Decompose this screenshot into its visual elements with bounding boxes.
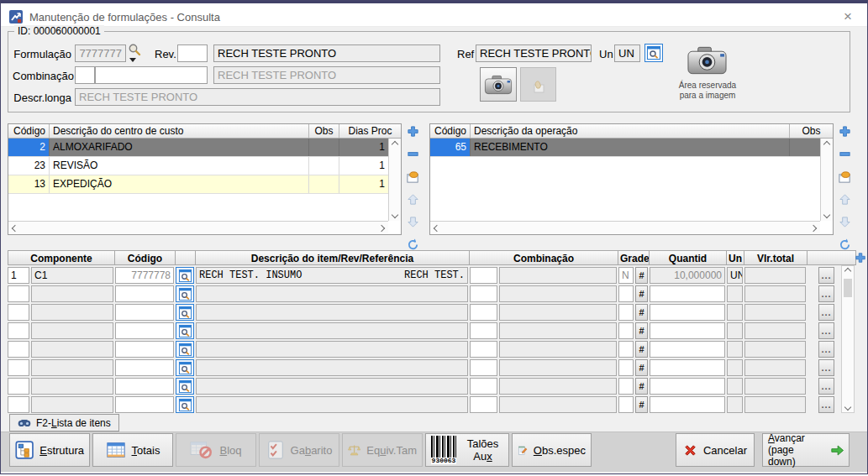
grade-detail-button[interactable]: # <box>635 378 648 395</box>
row-more-button[interactable]: ... <box>818 378 834 395</box>
cell-componente[interactable] <box>31 322 113 339</box>
row-more-button[interactable]: ... <box>818 267 834 284</box>
cost-center-row[interactable]: 13 EXPEDIÇÃO 1 <box>8 175 388 194</box>
cell-quantid[interactable]: 10,000000 <box>650 267 725 284</box>
cell-componente[interactable] <box>31 396 113 413</box>
cell-grade[interactable] <box>618 322 634 339</box>
cell-codigo[interactable]: 13 <box>8 175 50 193</box>
cell-componente-num[interactable] <box>8 285 29 302</box>
row-more-button[interactable]: ... <box>818 396 834 413</box>
row-more-button[interactable]: ... <box>818 285 834 302</box>
combinacao-input-2[interactable] <box>95 66 208 84</box>
items-vertical-scrollbar[interactable] <box>841 265 855 413</box>
cell-codigo[interactable] <box>115 341 174 358</box>
cell-vlr-total[interactable] <box>744 267 806 284</box>
scroll-right-icon[interactable] <box>810 224 817 231</box>
formulacao-search-icon[interactable] <box>128 43 141 56</box>
item-row[interactable]: # ... <box>8 359 856 376</box>
scroll-down-icon[interactable] <box>844 404 851 411</box>
cell-grade[interactable] <box>618 304 634 321</box>
cell-descricao[interactable] <box>196 378 468 395</box>
cell-quantid[interactable] <box>650 359 725 376</box>
cell-obs[interactable] <box>790 139 820 156</box>
cell-grade[interactable] <box>618 396 634 413</box>
cell-quantid[interactable] <box>650 322 725 339</box>
cell-dias-proc[interactable]: 1 <box>339 175 388 193</box>
cell-componente[interactable] <box>31 304 113 321</box>
item-row[interactable]: # ... <box>8 378 856 395</box>
cell-descricao[interactable] <box>196 396 468 413</box>
cell-combinacao-2[interactable] <box>499 267 617 284</box>
grade-detail-button[interactable]: # <box>635 322 648 339</box>
remove-button[interactable] <box>406 147 420 161</box>
grade-detail-button[interactable]: # <box>635 267 648 284</box>
edit-button[interactable] <box>406 170 420 184</box>
cell-combinacao-2[interactable] <box>499 341 617 358</box>
cell-vlr-total[interactable] <box>744 341 806 358</box>
cell-quantid[interactable] <box>650 378 725 395</box>
item-search-button[interactable] <box>176 396 194 413</box>
cell-componente[interactable] <box>31 378 113 395</box>
cell-combinacao-1[interactable] <box>470 304 497 321</box>
item-search-button[interactable] <box>176 267 194 284</box>
cell-descricao[interactable]: ALMOXARIFADO <box>50 139 309 156</box>
vertical-scrollbar[interactable] <box>388 139 401 221</box>
obs-espec-button[interactable]: Obs.espec <box>512 433 592 467</box>
scroll-down-icon[interactable] <box>823 212 830 218</box>
cell-vlr-total[interactable] <box>744 396 806 413</box>
vertical-scrollbar[interactable] <box>820 139 833 221</box>
cell-grade[interactable] <box>618 378 634 395</box>
cell-combinacao-1[interactable] <box>470 396 497 413</box>
cell-codigo[interactable] <box>115 322 174 339</box>
cell-un[interactable] <box>727 322 743 339</box>
cell-componente-num[interactable] <box>8 378 29 395</box>
cell-quantid[interactable] <box>650 304 725 321</box>
cell-grade[interactable] <box>618 285 634 302</box>
cell-combinacao-2[interactable] <box>499 359 617 376</box>
scroll-right-icon[interactable] <box>378 224 385 231</box>
cell-descricao[interactable]: REVISÃO <box>50 157 309 175</box>
cell-componente-num[interactable] <box>8 359 29 376</box>
cell-descricao[interactable]: RECEBIMENTO <box>471 139 790 156</box>
estrutura-button[interactable]: Estrutura <box>9 433 90 467</box>
taloes-aux-button[interactable]: 930063 Talões Aux <box>425 433 509 467</box>
cancelar-button[interactable]: Cancelar <box>676 433 755 467</box>
scroll-up-icon[interactable] <box>844 268 851 275</box>
add-button[interactable] <box>406 124 420 139</box>
scrollbar-thumb[interactable] <box>844 279 852 297</box>
item-search-button[interactable] <box>176 304 194 321</box>
formulacao-dropdown-icon[interactable] <box>129 58 136 62</box>
cell-componente[interactable] <box>31 359 113 376</box>
grade-detail-button[interactable]: # <box>635 304 648 321</box>
avancar-button[interactable]: Avançar (page down) <box>762 433 850 467</box>
formulacao-input[interactable] <box>75 44 126 62</box>
cell-componente[interactable] <box>31 285 113 302</box>
cell-combinacao-1[interactable] <box>470 267 497 284</box>
item-row[interactable]: 1 C1 7777778 RECH TEST. INSUMO RECH T <box>8 267 856 284</box>
cell-codigo[interactable] <box>115 378 174 395</box>
cost-center-row[interactable]: 2 ALMOXARIFADO 1 <box>8 139 388 157</box>
row-more-button[interactable]: ... <box>818 341 834 358</box>
cell-grade[interactable] <box>618 341 634 358</box>
close-button[interactable]: × <box>839 8 857 26</box>
operation-row[interactable]: 65 RECEBIMENTO <box>430 139 820 157</box>
cell-un[interactable] <box>727 359 743 376</box>
cell-descricao[interactable]: RECH TEST. INSUMO RECH TEST. <box>196 267 468 284</box>
item-row[interactable]: # ... <box>8 304 856 321</box>
cell-componente[interactable] <box>31 341 113 358</box>
cell-vlr-total[interactable] <box>744 378 806 395</box>
cell-dias-proc[interactable]: 1 <box>339 157 388 175</box>
cell-un[interactable] <box>727 304 743 321</box>
grade-detail-button[interactable]: # <box>635 341 648 358</box>
cost-center-row[interactable]: 23 REVISÃO 1 <box>8 157 388 175</box>
item-search-button[interactable] <box>176 359 194 376</box>
cell-obs[interactable] <box>309 139 339 156</box>
scroll-up-icon[interactable] <box>392 141 398 148</box>
cell-un[interactable] <box>727 396 743 413</box>
f2-item-list-button[interactable]: F2-Lista de itens <box>9 414 119 432</box>
cell-dias-proc[interactable]: 1 <box>339 139 388 156</box>
cell-componente-num[interactable] <box>8 341 29 358</box>
item-search-button[interactable] <box>176 378 194 395</box>
totais-button[interactable]: Totais <box>92 433 173 467</box>
horizontal-scrollbar[interactable] <box>430 221 820 234</box>
